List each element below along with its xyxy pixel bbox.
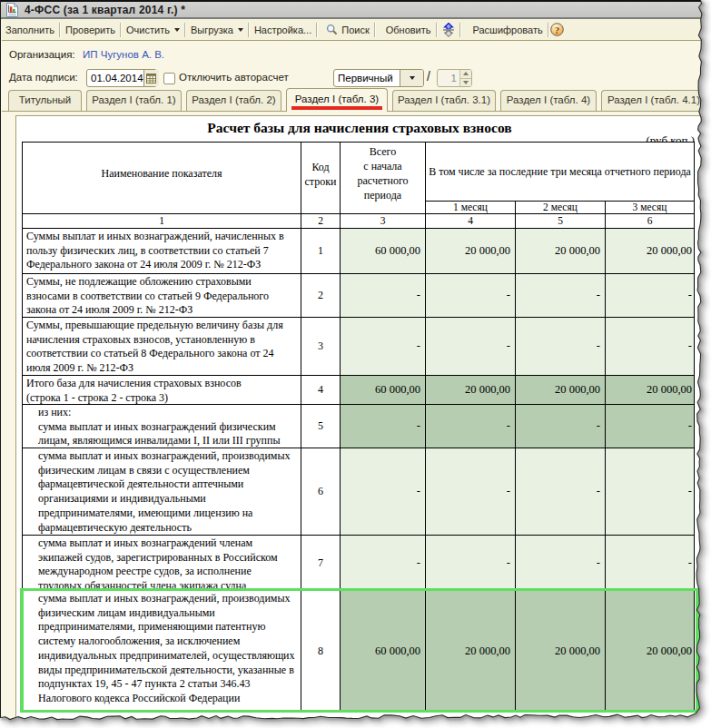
search-button[interactable]: Поиск [322, 21, 372, 38]
col-header-code: Код строки [301, 143, 341, 214]
table-cell-value[interactable]: - [426, 536, 516, 591]
clear-button[interactable]: Очистить [123, 21, 183, 38]
table-cell-value[interactable]: 20 000,00 [426, 376, 516, 405]
table-cell-name[interactable]: сумма выплат и иных вознаграждений, прои… [23, 591, 301, 713]
tab-1[interactable]: Раздел I (табл. 1) [86, 90, 182, 111]
table-cell-value[interactable]: 20 000,00 [426, 591, 516, 713]
table-cell-value[interactable]: 60 000,00 [341, 229, 426, 274]
revision-spinner[interactable]: 1 [437, 69, 472, 87]
table-cell-value[interactable]: 20 000,00 [516, 376, 606, 405]
dropdown-arrow-icon [174, 28, 180, 32]
table-cell-name[interactable]: Суммы выплат и иных вознаграждений, начи… [23, 229, 301, 274]
toolbar-separator [436, 23, 438, 37]
date-label: Дата подписи: [9, 72, 78, 83]
spinner-down-button[interactable] [460, 79, 471, 87]
table-cell-value[interactable]: - [516, 536, 606, 591]
calendar-button[interactable] [143, 70, 159, 86]
table-cell-value[interactable]: - [341, 318, 426, 376]
tab-6[interactable]: Раздел I (табл. 4.1) [601, 90, 706, 111]
form-area: Организация: ИП Чугунов А. В. Дата подпи… [2, 41, 711, 87]
toolbar-separator [316, 23, 318, 37]
table-cell-value[interactable]: - [606, 318, 695, 376]
sort-updown-icon [442, 23, 455, 37]
table-cell-value[interactable]: - [606, 405, 695, 448]
table-cell-value[interactable]: 20 000,00 [606, 376, 695, 405]
table-cell-value[interactable]: - [341, 274, 426, 318]
unload-button[interactable]: Выгрузка [187, 21, 247, 38]
table-cell-value[interactable]: - [516, 274, 606, 318]
window-title: 4-ФСС (за 1 квартал 2014 г.) * [25, 4, 185, 16]
help-button[interactable]: ? [547, 21, 568, 38]
table-row: сумма выплат и иных вознаграждений члена… [23, 536, 695, 591]
report-document-icon [5, 3, 19, 17]
table-cell-value[interactable]: - [341, 536, 426, 591]
table-cell-value[interactable]: 20 000,00 [426, 229, 516, 274]
table-cell-value[interactable]: 20 000,00 [606, 591, 695, 713]
chevron-up-icon [463, 72, 469, 75]
app-window: 4-ФСС (за 1 квартал 2014 г.) * Заполнить… [0, 0, 711, 728]
toolbar-separator [459, 23, 461, 37]
col-header-name: Наименование показателя [23, 143, 301, 214]
table-cell-code[interactable]: 2 [301, 274, 341, 318]
settings-button[interactable]: Настройка... [251, 21, 315, 38]
tab-3[interactable]: Раздел I (табл. 3) [286, 88, 388, 112]
date-field[interactable]: 01.04.2014 [86, 69, 157, 87]
table-cell-name[interactable]: Суммы, превышающие предельную величину б… [23, 318, 301, 376]
tab-0[interactable]: Титульный [8, 90, 82, 111]
table-cell-value[interactable]: - [606, 536, 695, 591]
table-cell-code[interactable]: 5 [301, 405, 341, 448]
fill-button[interactable]: Заполнить [2, 21, 58, 38]
spinner-buttons[interactable] [459, 70, 471, 86]
org-label: Организация: [9, 49, 75, 60]
table-cell-value[interactable]: - [426, 405, 516, 448]
table-cell-code[interactable]: 8 [301, 591, 341, 713]
table-cell-value[interactable]: - [516, 448, 606, 536]
decode-button[interactable]: Расшифровать [469, 21, 547, 38]
table-cell-value[interactable]: - [516, 318, 606, 376]
table-cell-value[interactable]: - [606, 274, 695, 318]
autocalc-label[interactable]: Отключить авторасчет [179, 72, 289, 83]
table-cell-name[interactable]: из них: сумма выплат и иных вознагражден… [23, 405, 301, 448]
table-cell-value[interactable]: - [426, 448, 516, 536]
table-cell-code[interactable]: 1 [301, 229, 341, 274]
table-cell-code[interactable]: 7 [301, 536, 341, 591]
sort-updown-button[interactable] [439, 21, 459, 38]
table-row: сумма выплат и иных вознаграждений, прои… [23, 591, 695, 713]
table-cell-name[interactable]: сумма выплат и иных вознаграждений члена… [23, 536, 301, 591]
autocalc-checkbox[interactable] [163, 73, 175, 84]
report-kind-combobox[interactable]: Первичный [333, 69, 424, 87]
table-cell-name[interactable]: Итого база для начисления страховых взно… [23, 376, 301, 405]
table-cell-value[interactable]: 20 000,00 [516, 229, 606, 274]
table-cell-name[interactable]: сумма выплат и иных вознаграждений, прои… [23, 448, 301, 536]
refresh-button[interactable]: Обновить [382, 21, 435, 38]
combobox-dropdown-button[interactable] [400, 70, 423, 86]
toolbar-separator [184, 23, 186, 37]
table-cell-value[interactable]: 60 000,00 [341, 376, 426, 405]
window-titlebar[interactable]: 4-ФСС (за 1 квартал 2014 г.) * [1, 0, 711, 19]
table-cell-value[interactable]: - [426, 318, 516, 376]
table-cell-value[interactable]: - [426, 274, 516, 318]
table-row: Суммы, превышающие предельную величину б… [23, 318, 695, 376]
table-cell-name[interactable]: Суммы, не подлежащие обложению страховым… [23, 274, 301, 318]
table-cell-value[interactable]: - [606, 448, 695, 536]
table-cell-value[interactable]: - [341, 405, 426, 448]
svg-text:?: ? [554, 25, 559, 35]
toolbar-separator [59, 23, 61, 37]
toolbar-separator [120, 23, 122, 37]
tab-5[interactable]: Раздел I (табл. 4) [500, 90, 597, 111]
table-cell-code[interactable]: 6 [301, 448, 341, 536]
table-cell-value[interactable]: - [516, 405, 606, 448]
spinner-up-button[interactable] [460, 70, 471, 79]
table-cell-value[interactable]: 20 000,00 [606, 229, 695, 274]
table-cell-code[interactable]: 3 [301, 318, 341, 376]
table-cell-code[interactable]: 4 [301, 376, 341, 405]
table-row: Итого база для начисления страховых взно… [23, 376, 695, 405]
tab-2[interactable]: Раздел I (табл. 2) [186, 90, 281, 111]
table-cell-value[interactable]: 60 000,00 [341, 591, 426, 713]
check-button[interactable]: Проверить [62, 21, 119, 38]
org-value[interactable]: ИП Чугунов А. В. [83, 49, 164, 60]
tab-4[interactable]: Раздел I (табл. 3.1) [392, 90, 496, 111]
chevron-down-icon [410, 76, 415, 80]
table-cell-value[interactable]: 20 000,00 [516, 591, 606, 713]
table-cell-value[interactable]: - [341, 448, 426, 536]
